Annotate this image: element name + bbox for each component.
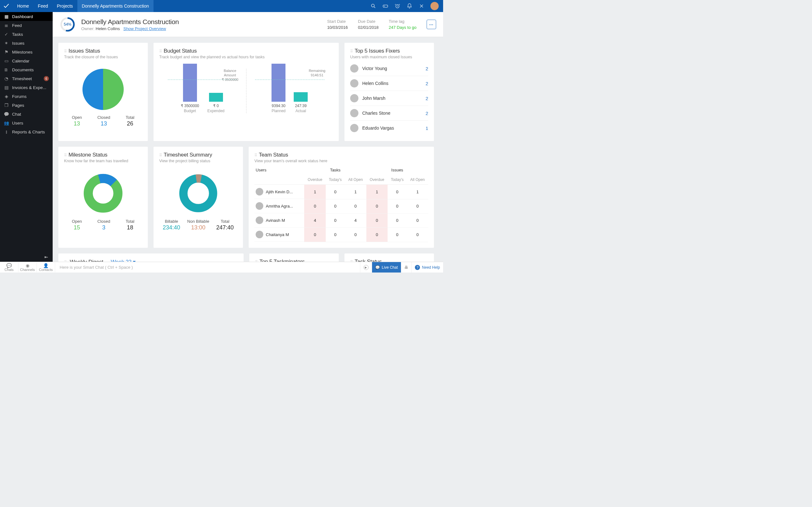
gamepad-icon[interactable] bbox=[382, 3, 389, 9]
sub-header: Overdue bbox=[366, 175, 388, 185]
sidebar-item-documents[interactable]: 🗎Documents bbox=[0, 65, 53, 74]
calendar-icon: ▭ bbox=[4, 58, 9, 63]
user-cell: Ajith Kevin D... bbox=[254, 185, 304, 199]
sidebar-item-users[interactable]: 👥Users bbox=[0, 118, 53, 127]
drag-icon[interactable]: ⠿ bbox=[159, 153, 162, 158]
sidebar-item-label: Reports & Charts bbox=[12, 130, 45, 134]
milestone-icon: ⚑ bbox=[4, 49, 9, 55]
play-icon: ▶ bbox=[363, 265, 368, 270]
svg-rect-1 bbox=[383, 5, 388, 8]
badge: 6 bbox=[44, 76, 49, 81]
avatar bbox=[350, 79, 358, 88]
search-icon[interactable] bbox=[370, 3, 376, 9]
card-title: Team Status bbox=[259, 152, 288, 158]
count-cell: 0 bbox=[345, 199, 366, 213]
avatar bbox=[350, 124, 358, 132]
count-cell: 0 bbox=[304, 228, 325, 242]
sidebar-item-pages[interactable]: ❐Pages bbox=[0, 101, 53, 110]
sidebar-item-timesheet[interactable]: ◔Timesheet6 bbox=[0, 74, 53, 83]
users-icon: 👥 bbox=[4, 120, 9, 125]
fixer-name: John Marsh bbox=[362, 96, 426, 101]
team-status-table: Users Tasks Issues Overdue Today's All O… bbox=[254, 165, 428, 242]
table-row[interactable]: Avinash M404000 bbox=[254, 213, 428, 228]
page-title: Donnelly Apartments Construction bbox=[81, 18, 179, 26]
sidebar-item-forums[interactable]: ◈Forums bbox=[0, 92, 53, 101]
count-cell: 0 bbox=[388, 228, 407, 242]
user-avatar[interactable] bbox=[430, 2, 439, 10]
drag-icon[interactable]: ⠿ bbox=[64, 153, 67, 158]
bottom-tab-channels[interactable]: ◉Channels bbox=[18, 263, 37, 272]
count-cell: 4 bbox=[304, 213, 325, 228]
sidebar-item-dashboard[interactable]: ▦Dashboard bbox=[0, 12, 53, 21]
sidebar-item-reports[interactable]: ⫿Reports & Charts bbox=[0, 127, 53, 136]
nav-current-project[interactable]: Donnelly Apartments Construction bbox=[78, 0, 154, 12]
count-cell: 1 bbox=[304, 185, 325, 199]
fixer-row[interactable]: John Marsh2 bbox=[350, 91, 428, 106]
tools-icon[interactable] bbox=[418, 3, 425, 9]
card-team-status: ⠿Team Status View your team's overall wo… bbox=[249, 147, 434, 248]
svg-point-7 bbox=[183, 178, 213, 208]
card-top-fixers: ⠿Top 5 Issues Fixers Users with maximum … bbox=[345, 43, 434, 141]
sidebar-item-calendar[interactable]: ▭Calendar bbox=[0, 56, 53, 65]
sidebar-item-issues[interactable]: ✶Issues bbox=[0, 39, 53, 48]
count-cell: 0 bbox=[304, 199, 325, 213]
sidebar-item-invoices[interactable]: ▤Invoices & Expe... bbox=[0, 83, 53, 92]
more-button[interactable]: ⋯ bbox=[426, 20, 436, 29]
col-header: Issues bbox=[366, 165, 428, 175]
table-row[interactable]: Amritha Agra...000000 bbox=[254, 199, 428, 213]
collapse-icon[interactable]: ⇤ bbox=[44, 255, 48, 260]
drag-icon[interactable]: ⠿ bbox=[254, 153, 258, 158]
drag-icon[interactable]: ⠿ bbox=[64, 49, 67, 54]
card-subtitle: Track the closure of the Issues bbox=[64, 55, 142, 59]
timelag-label: Time lag bbox=[389, 19, 416, 24]
count-cell: 0 bbox=[326, 213, 345, 228]
sidebar-item-chat[interactable]: 💬Chat bbox=[0, 110, 53, 118]
card-subtitle: Track budget and view the planned vs act… bbox=[159, 55, 333, 59]
app-logo[interactable] bbox=[0, 0, 13, 12]
table-row[interactable]: Ajith Kevin D...101101 bbox=[254, 185, 428, 199]
stat-label: Open bbox=[72, 219, 82, 224]
nav-feed[interactable]: Feed bbox=[33, 0, 52, 12]
stat-value: 13 bbox=[72, 120, 82, 127]
chat-bubble-icon: 💬 bbox=[375, 265, 380, 270]
overview-link[interactable]: Show Project Overview bbox=[123, 26, 166, 31]
bottom-tab-chats[interactable]: 💬Chats bbox=[0, 263, 18, 272]
sub-header: All Open bbox=[345, 175, 366, 185]
sidebar-item-feed[interactable]: ≣Feed bbox=[0, 21, 53, 30]
due-date-label: Due Date bbox=[358, 19, 378, 24]
nav-home[interactable]: Home bbox=[13, 0, 33, 12]
need-help-button[interactable]: ?Need Help bbox=[411, 262, 443, 273]
print-button[interactable]: 🖶 bbox=[401, 262, 411, 273]
count-cell: 1 bbox=[345, 185, 366, 199]
week-dropdown[interactable]: Week 22 ▾ bbox=[111, 259, 136, 262]
drag-icon[interactable]: ⠿ bbox=[350, 49, 353, 54]
issues-pie-chart bbox=[64, 61, 142, 115]
sub-header: Today's bbox=[388, 175, 407, 185]
count-cell: 0 bbox=[407, 228, 428, 242]
fixer-row[interactable]: Charles Stone2 bbox=[350, 106, 428, 121]
card-milestone-status: ⠿Milestone Status Know how far the team … bbox=[58, 147, 148, 248]
count-cell: 0 bbox=[366, 199, 388, 213]
card-title: Top 5 Taskminators bbox=[259, 259, 305, 262]
nav-projects[interactable]: Projects bbox=[52, 0, 78, 12]
alarm-icon[interactable] bbox=[394, 3, 401, 9]
bottom-tab-contacts[interactable]: 👤Contacts bbox=[37, 263, 55, 272]
fixer-row[interactable]: Eduardo Vargas1 bbox=[350, 121, 428, 135]
live-chat-button[interactable]: 💬Live Chat bbox=[372, 262, 401, 273]
bell-icon[interactable] bbox=[406, 3, 413, 9]
progress-pct: 54% bbox=[60, 16, 75, 32]
fixer-row[interactable]: Victor Young2 bbox=[350, 61, 428, 76]
drag-icon[interactable]: ⠿ bbox=[159, 49, 162, 54]
count-cell: 1 bbox=[366, 185, 388, 199]
balance-label: BalanceAmount₹ 3500000 bbox=[222, 69, 239, 82]
sidebar-item-milestones[interactable]: ⚑Milestones bbox=[0, 48, 53, 56]
axis-value: 9394:30 bbox=[271, 104, 286, 108]
sidebar-item-tasks[interactable]: ✓Tasks bbox=[0, 30, 53, 39]
fixer-row[interactable]: Helen Collins2 bbox=[350, 76, 428, 91]
stat-label: Total bbox=[125, 219, 134, 224]
stat-value: 234:40 bbox=[163, 224, 180, 231]
smart-chat-hint[interactable]: Here is your Smart Chat ( Ctrl + Space ) bbox=[55, 265, 360, 270]
play-button[interactable]: ▶ bbox=[360, 262, 372, 273]
table-row[interactable]: Chaitanya M000000 bbox=[254, 228, 428, 242]
avatar bbox=[256, 231, 263, 238]
